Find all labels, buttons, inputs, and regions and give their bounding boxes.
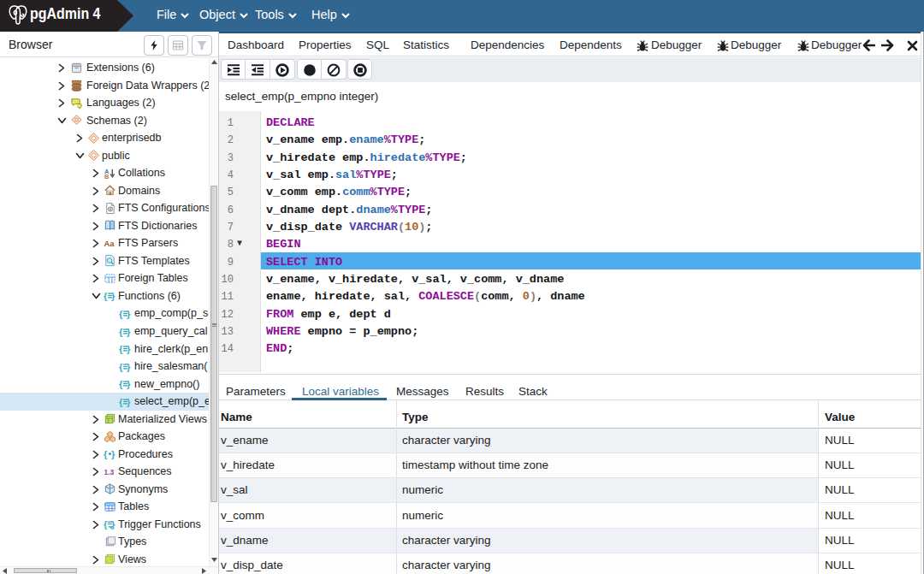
svg-text:{: { <box>104 519 108 530</box>
svg-text:}: } <box>111 449 116 459</box>
svg-text:{: { <box>104 291 108 301</box>
svg-text:{: { <box>119 379 123 389</box>
svg-text:B: B <box>104 173 110 180</box>
svg-text:{: { <box>119 344 123 354</box>
svg-text:Aa: Aa <box>104 240 115 248</box>
svg-text:{: { <box>104 449 108 459</box>
svg-text:{: { <box>119 326 123 336</box>
svg-text:{: { <box>119 361 123 371</box>
svg-text:{: { <box>119 396 123 406</box>
svg-text:1.3: 1.3 <box>104 467 114 476</box>
svg-text:{: { <box>119 309 123 319</box>
